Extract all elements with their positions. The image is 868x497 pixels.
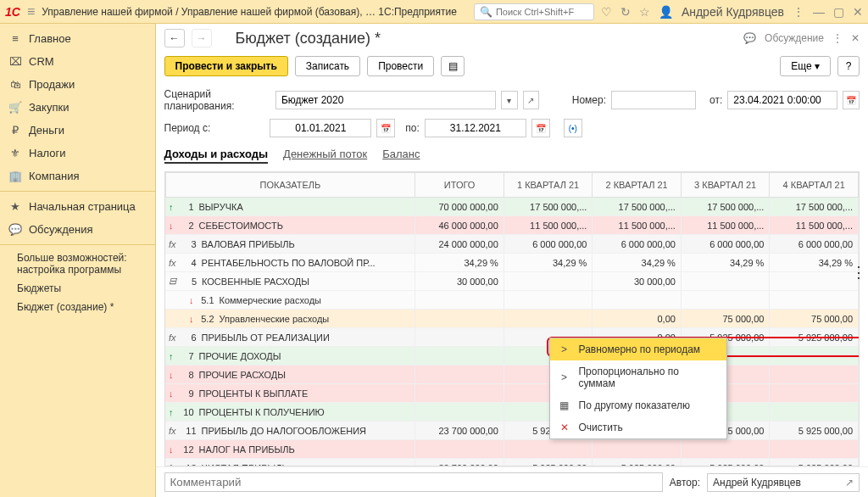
- history-icon[interactable]: ↻: [620, 5, 631, 19]
- close-icon[interactable]: ✕: [853, 5, 863, 19]
- discuss-icon[interactable]: 💬: [743, 32, 756, 44]
- period-from-input[interactable]: [270, 119, 371, 137]
- table-row[interactable]: ⊟5КОСВЕННЫЕ РАСХОДЫ30 000,0030 000,00: [165, 272, 858, 291]
- tab-income-expense[interactable]: Доходы и расходы: [164, 146, 269, 164]
- column-header[interactable]: 1 КВАРТАЛ 21: [504, 173, 593, 198]
- context-menu: >Равномерно по периодам>Пропорционально …: [549, 338, 727, 439]
- column-header[interactable]: 3 КВАРТАЛ 21: [681, 173, 770, 198]
- nav-icon: ≡: [8, 32, 22, 45]
- maximize-icon[interactable]: ▢: [833, 5, 844, 19]
- title-bar: 1С ≡ Управление нашей фирмой / Управлени…: [0, 0, 868, 24]
- author-field[interactable]: Андрей Кудрявцев ↗: [707, 473, 860, 492]
- star-icon[interactable]: ☆: [639, 5, 650, 19]
- table-row[interactable]: fx3ВАЛОВАЯ ПРИБЫЛЬ24 000 000,006 000 000…: [165, 235, 858, 254]
- author-label: Автор:: [670, 477, 700, 489]
- table-row[interactable]: ↓5.1Коммерческие расходы: [165, 291, 858, 310]
- calendar-icon[interactable]: 📅: [843, 91, 860, 109]
- save-button[interactable]: Записать: [295, 56, 360, 76]
- number-label: Номер:: [572, 94, 606, 106]
- table-row[interactable]: fx13ЧИСТАЯ ПРИБЫЛЬ23 700 000,005 925 000…: [165, 459, 858, 467]
- menu-icon: ✕: [559, 422, 570, 433]
- search-box[interactable]: 🔍: [474, 3, 594, 20]
- row-name: Управленческие расходы: [220, 314, 330, 324]
- hamburger-icon[interactable]: ≡: [27, 4, 35, 20]
- author-open-icon[interactable]: ↗: [845, 477, 854, 489]
- help-button[interactable]: ?: [837, 56, 860, 76]
- post-button[interactable]: Провести: [367, 56, 434, 76]
- more-button[interactable]: Еще ▾: [780, 56, 831, 76]
- context-menu-item[interactable]: ▦По другому показателю: [550, 394, 726, 416]
- nav-item[interactable]: Больше возможностей: настройка программы: [0, 248, 155, 279]
- column-header[interactable]: ПОКАЗАТЕЛЬ: [165, 173, 415, 198]
- post-and-close-button[interactable]: Провести и закрыть: [164, 56, 288, 76]
- nav-item[interactable]: Бюджет (создание) *: [0, 298, 155, 316]
- kebab-icon[interactable]: ⋮: [832, 32, 843, 44]
- table-row[interactable]: fx6ПРИБЫЛЬ ОТ РЕАЛИЗАЦИИ0,005 925 000,00…: [165, 328, 858, 347]
- number-input[interactable]: [611, 91, 696, 109]
- row-name: ПРИБЫЛЬ ОТ РЕАЛИЗАЦИИ: [202, 332, 330, 343]
- row-icon: ↑: [169, 351, 174, 361]
- user-name[interactable]: Андрей Кудрявцев: [682, 5, 784, 19]
- date-input[interactable]: [727, 91, 837, 109]
- context-menu-item[interactable]: ✕Очистить: [550, 416, 726, 438]
- nav-item[interactable]: 🛍Продажи: [0, 73, 155, 96]
- nav-item[interactable]: 🛒Закупки: [0, 96, 155, 119]
- budget-table[interactable]: ПОКАЗАТЕЛЬИТОГО1 КВАРТАЛ 212 КВАРТАЛ 213…: [164, 171, 860, 466]
- discuss-label[interactable]: Обсуждение: [765, 32, 824, 44]
- nav-item[interactable]: 🏢Компания: [0, 165, 155, 187]
- column-header[interactable]: 2 КВАРТАЛ 21: [593, 173, 682, 198]
- bell-icon[interactable]: ♡: [601, 5, 612, 19]
- forward-button[interactable]: →: [192, 29, 212, 47]
- row-name: Коммерческие расходы: [220, 295, 321, 305]
- row-name: СЕБЕСТОИМОСТЬ: [199, 221, 283, 231]
- nav-item[interactable]: 💬Обсуждения: [0, 218, 155, 241]
- logo-1c: 1С: [5, 5, 20, 19]
- nav-item[interactable]: ★Начальная страница: [0, 195, 155, 218]
- row-name: ПРОЧИЕ ДОХОДЫ: [199, 351, 281, 361]
- back-button[interactable]: ←: [164, 29, 185, 47]
- search-icon: 🔍: [480, 6, 492, 18]
- table-row[interactable]: ↓8ПРОЧИЕ РАСХОДЫ: [165, 366, 858, 384]
- column-header[interactable]: 4 КВАРТАЛ 21: [770, 173, 859, 198]
- table-row[interactable]: ↓5.2Управленческие расходы0,0075 000,007…: [165, 310, 858, 328]
- nav-item[interactable]: Бюджеты: [0, 279, 155, 298]
- side-dots-icon[interactable]: ⋮: [851, 270, 866, 275]
- overflow-icon[interactable]: ⋮: [793, 5, 804, 19]
- table-row[interactable]: ↓2СЕБЕСТОИМОСТЬ46 000 000,0011 500 000,.…: [165, 216, 858, 235]
- period-to-input[interactable]: [425, 119, 526, 137]
- nav-item[interactable]: ≡Главное: [0, 27, 155, 50]
- context-menu-item[interactable]: >Пропорционально по суммам: [550, 360, 726, 394]
- column-header[interactable]: ИТОГО: [415, 173, 504, 198]
- row-name: РЕНТАБЕЛЬНОСТЬ ПО ВАЛОВОЙ ПР...: [202, 258, 376, 268]
- nav-item[interactable]: ⚜Налоги: [0, 142, 155, 165]
- table-row[interactable]: ↓9ПРОЦЕНТЫ К ВЫПЛАТЕ: [165, 384, 858, 403]
- tab-balance[interactable]: Баланс: [382, 146, 420, 164]
- nav-icon: 🏢: [8, 170, 22, 182]
- scenario-open-icon[interactable]: ↗: [523, 91, 540, 109]
- comment-input[interactable]: [164, 472, 663, 492]
- nav-icon: ⚜: [8, 147, 22, 159]
- table-row[interactable]: ↑1ВЫРУЧКА70 000 000,0017 500 000,...17 5…: [165, 198, 858, 216]
- table-row[interactable]: ↑10ПРОЦЕНТЫ К ПОЛУЧЕНИЮ: [165, 403, 858, 422]
- table-row[interactable]: ↑7ПРОЧИЕ ДОХОДЫ: [165, 347, 858, 366]
- calendar-to-icon[interactable]: 📅: [531, 119, 550, 137]
- context-menu-item[interactable]: >Равномерно по периодам: [550, 338, 726, 360]
- scenario-input[interactable]: [275, 91, 496, 109]
- table-row[interactable]: fx4РЕНТАБЕЛЬНОСТЬ ПО ВАЛОВОЙ ПР...34,29 …: [165, 254, 858, 272]
- calendar-from-icon[interactable]: 📅: [376, 119, 395, 137]
- row-name: ЧИСТАЯ ПРИБЫЛЬ: [202, 463, 288, 467]
- nav-icon: 💬: [8, 223, 22, 236]
- user-icon[interactable]: 👤: [659, 5, 673, 19]
- close-tab-icon[interactable]: ✕: [851, 32, 860, 44]
- nav-item[interactable]: ⌧CRM: [0, 50, 155, 73]
- scenario-dropdown-icon[interactable]: ▾: [501, 91, 518, 109]
- minimize-icon[interactable]: —: [813, 5, 825, 19]
- table-row[interactable]: ↓12НАЛОГ НА ПРИБЫЛЬ: [165, 440, 858, 459]
- refresh-icon[interactable]: (•): [564, 119, 582, 137]
- table-row[interactable]: fx11ПРИБЫЛЬ ДО НАЛОГООБЛОЖЕНИЯ23 700 000…: [165, 422, 858, 440]
- structure-button[interactable]: ▤: [441, 56, 465, 76]
- tab-cashflow[interactable]: Денежный поток: [283, 146, 367, 164]
- nav-item[interactable]: ₽Деньги: [0, 119, 155, 142]
- menu-icon: >: [559, 343, 570, 355]
- search-input[interactable]: [496, 7, 588, 17]
